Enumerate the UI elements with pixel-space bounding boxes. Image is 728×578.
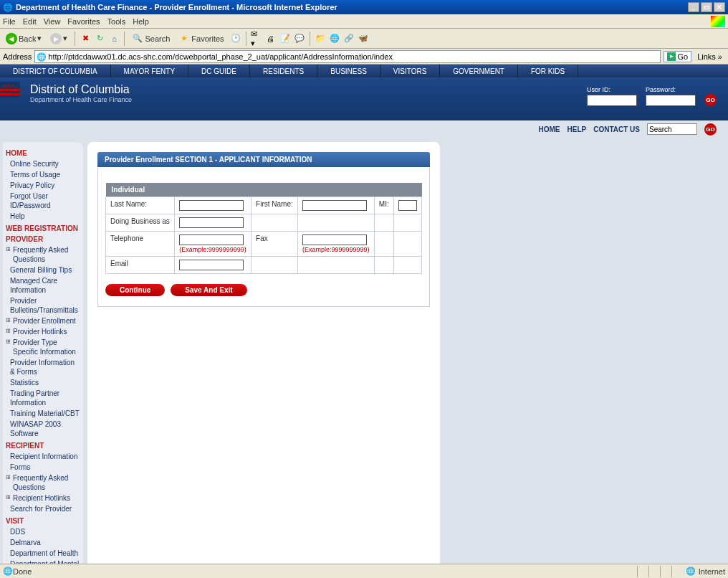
sidebar-bulletins[interactable]: Provider Bulletins/Transmittals [6, 295, 80, 316]
sidebar-recip-info[interactable]: Recipient Information [6, 451, 80, 462]
menu-tools[interactable]: Tools [107, 17, 126, 26]
search-button[interactable]: 🔍 Search [129, 32, 173, 46]
sidebar-head-provider[interactable]: PROVIDER [6, 235, 80, 243]
sidebar-dmh[interactable]: Department of Mental Health [6, 559, 80, 564]
close-button[interactable]: ✕ [714, 2, 725, 12]
sidebar-head-visit[interactable]: VISIT [6, 517, 80, 525]
mail-icon[interactable]: ✉ ▾ [251, 33, 262, 44]
email-label: Email [106, 257, 175, 274]
fax-input[interactable] [302, 234, 367, 245]
go-button[interactable]: ► Go [664, 51, 691, 62]
sidebar-delmarva[interactable]: Delmarva [6, 537, 80, 548]
links-icon[interactable]: 🔗 [343, 33, 355, 44]
topnav-dc[interactable]: District of Columbia [0, 65, 111, 77]
menu-edit[interactable]: Edit [23, 17, 37, 26]
sidebar-enrollment[interactable]: Provider Enrollment [6, 316, 80, 326]
address-label: Address [3, 52, 32, 61]
sidebar-winasap[interactable]: WINASAP 2003 Software [6, 419, 80, 439]
sidebar-search-provider[interactable]: Search for Provider [6, 503, 80, 514]
sidebar-recip-forms[interactable]: Forms [6, 462, 80, 473]
sidebar-recip-faq[interactable]: Frequently Asked Questions [6, 473, 80, 493]
refresh-icon[interactable]: ↻ [94, 33, 105, 44]
sidebar-recip-hot[interactable]: Recipient Hotlinks [6, 493, 80, 503]
sidebar-online-security[interactable]: Online Security [6, 158, 80, 169]
globe-icon[interactable]: 🌐 [329, 33, 340, 44]
back-button[interactable]: ◄ Back ▾ [3, 32, 44, 46]
subnav-contact[interactable]: CONTACT US [593, 125, 640, 133]
save-exit-button[interactable]: Save And Exit [171, 284, 246, 296]
sidebar-dds[interactable]: DDS [6, 526, 80, 537]
print-icon[interactable]: 🖨 [265, 33, 277, 44]
dc-flag-icon: ★★★ [0, 82, 20, 98]
links-button[interactable]: Links » [694, 51, 725, 62]
sidebar-managed-care[interactable]: Managed Care Information [6, 275, 80, 295]
go-arrow-icon: ► [667, 52, 676, 61]
email-input[interactable] [179, 260, 244, 270]
edit-icon[interactable]: 📝 [279, 33, 291, 44]
address-bar: Address 🌐 ► Go Links » [0, 49, 728, 65]
group-header: Individual [106, 183, 422, 197]
back-label: Back [19, 34, 36, 43]
sidebar-privacy[interactable]: Privacy Policy [6, 180, 80, 191]
restore-button[interactable]: ▭ [701, 2, 712, 12]
folder-icon[interactable]: 📁 [315, 33, 326, 44]
minimize-button[interactable]: _ [688, 2, 699, 12]
favorites-button[interactable]: ★ Favorites [176, 32, 226, 46]
forward-arrow-icon: ► [50, 33, 62, 44]
sidebar-billing[interactable]: General Billing Tips [6, 265, 80, 275]
sidebar-ptype[interactable]: Provider Type Specific Information [6, 337, 80, 357]
window-title: Department of Health Care Finance - Prov… [16, 3, 337, 11]
menu-view[interactable]: View [44, 17, 61, 26]
sidebar-pforms[interactable]: Provider Information & Forms [6, 357, 80, 377]
example-fax: (Example:9999999999) [302, 246, 370, 253]
login-go-button[interactable]: GO [704, 94, 717, 106]
search-input[interactable] [647, 123, 697, 135]
panel-body: Individual Last Name: First Name: MI: Do… [97, 167, 430, 307]
sidebar-head-home[interactable]: HOME [6, 149, 80, 157]
page-icon: 🌐 [37, 52, 45, 61]
topnav-government[interactable]: GOVERNMENT [440, 65, 518, 77]
sidebar-stats[interactable]: Statistics [6, 377, 80, 388]
msn-icon[interactable]: 🦋 [358, 33, 369, 44]
password-input[interactable] [646, 95, 696, 106]
sidebar-hotlinks[interactable]: Provider Hotlinks [6, 326, 80, 337]
mi-input[interactable] [398, 200, 417, 211]
telephone-input[interactable] [179, 234, 244, 245]
menu-help[interactable]: Help [133, 17, 149, 26]
last-name-input[interactable] [179, 200, 244, 211]
subnav-help[interactable]: HELP [567, 125, 587, 133]
history-icon[interactable]: 🕑 [230, 33, 241, 44]
sidebar-help[interactable]: Help [6, 211, 80, 222]
sidebar-head-webreg[interactable]: WEB REGISTRATION [6, 224, 80, 232]
sidebar-faq[interactable]: Frequently Asked Questions [6, 245, 80, 265]
topnav-residents[interactable]: RESIDENTS [250, 65, 317, 77]
sidebar-training[interactable]: Training Material/CBT [6, 408, 80, 419]
sidebar-terms[interactable]: Terms of Usage [6, 169, 80, 180]
topnav-mayor[interactable]: MAYOR FENTY [111, 65, 188, 77]
forward-button[interactable]: ► ▾ [47, 32, 70, 46]
password-label: Password: [646, 86, 696, 93]
userid-input[interactable] [587, 95, 637, 106]
address-input[interactable] [34, 50, 661, 63]
search-go-button[interactable]: GO [704, 123, 717, 136]
stop-icon[interactable]: ✖ [80, 33, 91, 44]
menu-file[interactable]: File [3, 17, 16, 26]
discuss-icon[interactable]: 💬 [294, 33, 305, 44]
subnav-home[interactable]: HOME [539, 125, 560, 133]
topnav-kids[interactable]: FOR KIDS [518, 65, 578, 77]
sidebar-tpi[interactable]: Trading Partner Information [6, 388, 80, 408]
topnav-business[interactable]: BUSINESS [317, 65, 380, 77]
login-box: User ID: Password: GO [587, 86, 717, 106]
home-icon[interactable]: ⌂ [108, 33, 120, 44]
sidebar-forgot[interactable]: Forgot User ID/Password [6, 191, 80, 211]
topnav-visitors[interactable]: VISITORS [380, 65, 441, 77]
sidebar-doh[interactable]: Department of Health [6, 548, 80, 559]
topnav-guide[interactable]: DC GUIDE [188, 65, 250, 77]
first-name-input[interactable] [302, 200, 367, 211]
back-arrow-icon: ◄ [6, 33, 17, 44]
continue-button[interactable]: Continue [105, 284, 165, 296]
menu-favorites[interactable]: Favorites [67, 17, 100, 26]
page-content: District of Columbia MAYOR FENTY DC GUID… [0, 65, 728, 564]
dba-input[interactable] [179, 217, 244, 228]
sidebar-head-recipient[interactable]: RECIPIENT [6, 442, 80, 450]
